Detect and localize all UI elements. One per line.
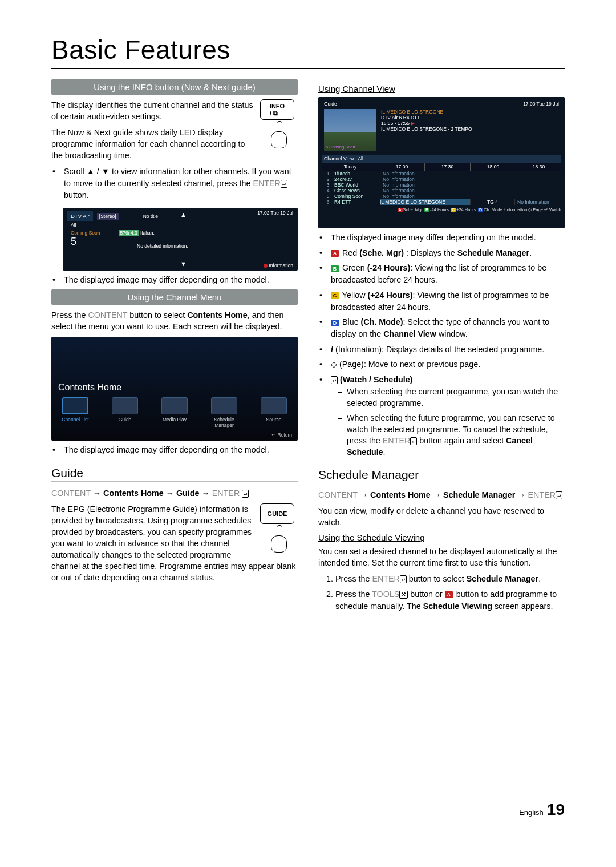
hand-icon xyxy=(270,121,288,151)
bullet-info: i (Information): Displays details of the… xyxy=(326,344,565,356)
screenshot-now-next: 17:02 Tue 19 Jul DTV Air [Stereo] No tit… xyxy=(63,208,298,271)
heading-channel-view: Using Channel View xyxy=(318,84,565,94)
channel-menu-para: Press the CONTENT button to select Conte… xyxy=(51,309,298,332)
bullet-page: (Page): Move to next or previous page. xyxy=(326,358,565,370)
section-bar-channel-menu: Using the Channel Menu xyxy=(51,289,298,305)
heading-schedule-viewing: Using the Schedule Viewing xyxy=(318,533,565,542)
sm-para-1: You can view, modify or delete a channel… xyxy=(318,505,565,528)
bullet-green: B Green (-24 Hours): Viewing the list of… xyxy=(326,262,565,285)
note-model-2: The displayed image may differ depending… xyxy=(59,444,298,456)
sm-nav-path: CONTENT → Contents Home → Schedule Manag… xyxy=(318,489,565,501)
note-model-3: The displayed image may differ depending… xyxy=(326,232,565,244)
enter-icon: ↵ xyxy=(331,376,338,384)
enter-icon: ↵ xyxy=(400,575,407,583)
bullet-yellow: C Yellow (+24 Hours): Viewing the list o… xyxy=(326,289,565,313)
tools-icon: ⚒ xyxy=(399,591,408,599)
heading-guide: Guide xyxy=(51,466,298,482)
info-bullet-scroll: Scroll ▲ / ▼ to view information for oth… xyxy=(59,166,298,201)
sm-step-1: Press the ENTER↵ button to select Schedu… xyxy=(335,573,565,585)
enter-icon: ↵ xyxy=(410,437,417,445)
guide-nav-path: CONTENT → Contents Home → Guide → ENTER … xyxy=(51,487,298,499)
guide-button-key: GUIDE xyxy=(260,503,294,524)
dash-future: When selecting the future programme, you… xyxy=(347,412,565,458)
bullet-watch-schedule: ↵ (Watch / Schedule) When selecting the … xyxy=(326,374,565,458)
page-icon xyxy=(331,360,337,369)
screenshot-guide: Guide17:00 Tue 19 Jul 5 Coming Soon IL M… xyxy=(318,97,565,228)
a-button-badge: A xyxy=(445,591,453,598)
heading-schedule-manager: Schedule Manager xyxy=(318,468,565,483)
dash-current: When selecting the current programme, yo… xyxy=(347,386,565,409)
sm-para-2: You can set a desired channel to be disp… xyxy=(318,546,565,568)
sm-step-2: Press the TOOLS⚒ button or A button to a… xyxy=(335,588,565,612)
enter-icon: ↵ xyxy=(281,180,287,188)
section-bar-info: Using the INFO button (Now & Next guide) xyxy=(51,79,298,95)
remote-guide-diagram: GUIDE xyxy=(260,503,298,555)
page-title: Basic Features xyxy=(51,34,565,69)
screenshot-contents-home: Contents Home Channel List Guide Media P… xyxy=(51,337,298,441)
page-footer: English19 xyxy=(519,801,565,819)
bullet-blue: D Blue (Ch. Mode): Select the type of ch… xyxy=(326,316,565,340)
enter-icon: ↵ xyxy=(556,491,562,499)
info-button-key: INFOi ⧉ xyxy=(260,99,294,120)
bullet-red: A Red (Sche. Mgr) : Displays the Schedul… xyxy=(326,247,565,259)
remote-info-diagram: INFOi ⧉ xyxy=(260,99,298,151)
hand-icon xyxy=(270,525,288,555)
enter-icon: ↵ xyxy=(242,490,249,498)
note-model-1: The displayed image may differ depending… xyxy=(59,274,298,286)
